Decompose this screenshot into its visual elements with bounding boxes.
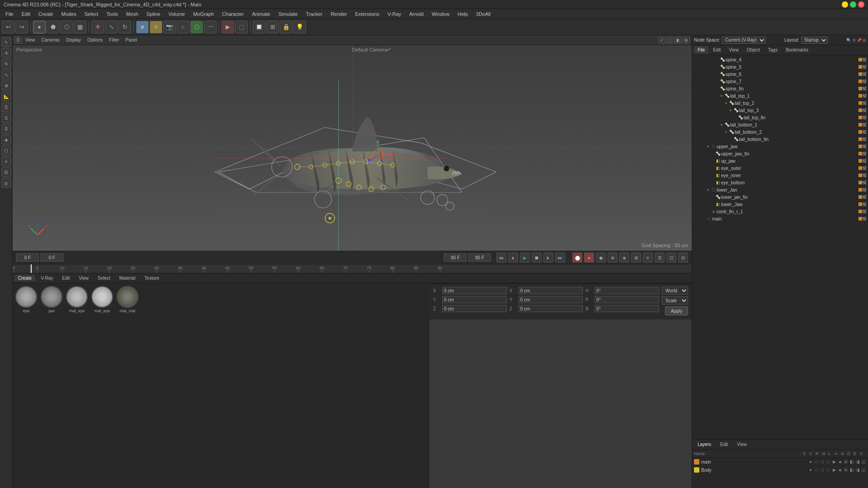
sidebar-tool14[interactable]: ◎ xyxy=(1,178,11,188)
menu-character[interactable]: Character xyxy=(218,10,247,18)
tree-item-spine_6[interactable]: 🦴spine_6 xyxy=(692,70,868,78)
grid-view-icon[interactable]: ⊞ xyxy=(863,38,866,42)
layers-tab-view[interactable]: View xyxy=(733,441,750,448)
prev-frame-btn[interactable]: ⏴ xyxy=(508,253,518,263)
layer-icon-0[interactable]: ● xyxy=(808,468,813,472)
mat-item-mat_eye2[interactable]: mat_eye xyxy=(91,286,113,313)
layers-list[interactable]: main●□□□▶◈⊞◧◨◱Body●□□□▶◈⊞◧◨◱ xyxy=(692,458,868,488)
sidebar-rotate[interactable]: ↻ xyxy=(1,59,11,69)
x-pos-input[interactable] xyxy=(442,287,507,294)
layer-icon-3[interactable]: □ xyxy=(826,460,831,464)
transform-mode-select[interactable]: Scale Move Rotate xyxy=(662,296,688,305)
go-end-btn[interactable]: ⏭ xyxy=(555,253,565,263)
move-tool[interactable]: ✛ xyxy=(91,21,104,33)
tree-item-spine_7[interactable]: 🦴spine_7 xyxy=(692,78,868,85)
h-input[interactable] xyxy=(594,287,659,294)
menu-create[interactable]: Create xyxy=(35,10,57,18)
timeline-tool3[interactable]: ◈ xyxy=(619,253,629,263)
mat-item-eye[interactable]: eye xyxy=(15,286,37,313)
vp-options-menu[interactable]: Options xyxy=(85,37,105,43)
redo-button[interactable]: ↪ xyxy=(15,21,28,33)
layer-icon-6[interactable]: ⊞ xyxy=(843,460,849,464)
menu-file[interactable]: File xyxy=(2,10,17,18)
mode-object[interactable]: ● xyxy=(33,21,46,33)
menu-simulate[interactable]: Simulate xyxy=(275,10,302,18)
z-pos-input[interactable] xyxy=(442,305,507,312)
layer-icon-9[interactable]: ◱ xyxy=(861,460,866,464)
mat-tab-view[interactable]: View xyxy=(75,275,92,282)
expand-arrow[interactable]: ▾ xyxy=(724,101,728,105)
timeline-tool4[interactable]: ⊞ xyxy=(631,253,641,263)
layer-icon-6[interactable]: ⊞ xyxy=(843,468,849,472)
tree-item-contr_fin_r_1[interactable]: ◈contr_fin_r_1 xyxy=(692,208,868,215)
end-frame-display[interactable] xyxy=(444,253,467,262)
next-frame-btn[interactable]: ⏵ xyxy=(543,253,553,263)
layer-icon-7[interactable]: ◧ xyxy=(849,460,854,464)
layer-icon-1[interactable]: □ xyxy=(814,460,819,464)
mat-item-mat_eye[interactable]: mat_eye xyxy=(66,286,88,313)
menu-mograph[interactable]: MoGraph xyxy=(189,10,217,18)
joint-tool[interactable]: ⬡ xyxy=(190,21,203,33)
layer-icon-5[interactable]: ◈ xyxy=(837,468,843,472)
apply-button[interactable]: Apply xyxy=(665,306,688,315)
tree-item-eye_inner[interactable]: ◧eye_inner xyxy=(692,172,868,179)
mode-polygons[interactable]: ▦ xyxy=(74,21,86,33)
expand-arrow[interactable]: ▾ xyxy=(706,145,710,149)
vp-icon4[interactable]: ⊞ xyxy=(683,37,690,44)
scale-tool[interactable]: ⤡ xyxy=(105,21,118,33)
stop-btn[interactable]: ⏹ xyxy=(532,253,542,263)
viewport-canvas[interactable]: Perspective Default Camera•* xyxy=(13,45,692,251)
y-pos-input[interactable] xyxy=(442,296,507,303)
mat-tab-edit[interactable]: Edit xyxy=(58,275,73,282)
menu-window[interactable]: Window xyxy=(428,10,453,18)
sidebar-scale[interactable]: ⤡ xyxy=(1,70,11,80)
vp-icon3[interactable]: ◧ xyxy=(675,37,682,44)
play-btn[interactable]: ▶ xyxy=(520,253,530,263)
right-tab-view[interactable]: View xyxy=(725,46,742,54)
layer-icon-4[interactable]: ▶ xyxy=(831,468,837,472)
tree-item-tail_top_3[interactable]: ▾🦴tail_top_3 xyxy=(692,107,868,114)
tree-item-tail_top_1[interactable]: ▾🦴tail_top_1 xyxy=(692,92,868,99)
coord-system-select[interactable]: World Object Local xyxy=(662,286,688,295)
sidebar-tool7[interactable]: S xyxy=(1,102,11,112)
vp-menu-icon[interactable]: ☰ xyxy=(14,37,22,44)
spline-tool[interactable]: 〰 xyxy=(204,21,217,33)
sidebar-tool12[interactable]: ≡ xyxy=(1,156,11,166)
menu-select[interactable]: Select xyxy=(81,10,102,18)
maximize-button[interactable]: □ xyxy=(850,1,856,8)
menu-mesh[interactable]: Mesh xyxy=(123,10,142,18)
tree-item-lower_jaw[interactable]: ◧lower_Jaw xyxy=(692,201,868,208)
expand-arrow[interactable]: ▾ xyxy=(719,94,724,98)
menu-tools[interactable]: Tools xyxy=(103,10,122,18)
menu-volume[interactable]: Volume xyxy=(165,10,189,18)
render-btn[interactable]: ▶ xyxy=(222,21,234,33)
rotate-tool[interactable]: ↻ xyxy=(118,21,131,33)
timeline-tool1[interactable]: ◉ xyxy=(596,253,606,263)
timeline-tool5[interactable]: ≡ xyxy=(643,253,653,263)
sidebar-tool9[interactable]: S xyxy=(1,124,11,134)
expand-arrow[interactable]: ▾ xyxy=(706,188,710,192)
vp-icon2[interactable]: ⬚ xyxy=(666,37,674,44)
tree-item-up_jaw[interactable]: ◧up_jaw xyxy=(692,157,868,164)
layout-select[interactable]: Startup xyxy=(801,37,828,44)
b-input[interactable] xyxy=(594,305,659,312)
tree-item-eye_outer[interactable]: ◧eye_outer xyxy=(692,164,868,172)
mode-edges[interactable]: ⬡ xyxy=(60,21,73,33)
light-btn2[interactable]: 💡 xyxy=(293,21,306,33)
snap-btn[interactable]: 🔲 xyxy=(253,21,265,33)
mat-tab-texture[interactable]: Texture xyxy=(141,275,163,282)
tree-item-upper_jaw[interactable]: ▾⬡upper_jaw xyxy=(692,143,868,150)
layer-icon-5[interactable]: ◈ xyxy=(837,460,843,464)
start-frame-input[interactable] xyxy=(16,253,39,262)
vp-cameras-menu[interactable]: Cameras xyxy=(39,37,63,43)
y-rot-input[interactable] xyxy=(519,296,583,303)
tree-item-spine_fin[interactable]: 🦴spine_fin xyxy=(692,85,868,92)
pin-icon[interactable]: 📌 xyxy=(857,38,862,42)
tree-item-lower_jan_fin[interactable]: 🦴lower_jan_fin xyxy=(692,193,868,201)
autokey-btn[interactable]: ● xyxy=(584,253,594,263)
menu-render[interactable]: Render xyxy=(327,10,350,18)
layer-icon-2[interactable]: □ xyxy=(820,460,825,464)
light-tool[interactable]: ☀ xyxy=(150,21,162,33)
mat-tab-material[interactable]: Material xyxy=(116,275,139,282)
timeline-playhead[interactable] xyxy=(31,264,32,273)
